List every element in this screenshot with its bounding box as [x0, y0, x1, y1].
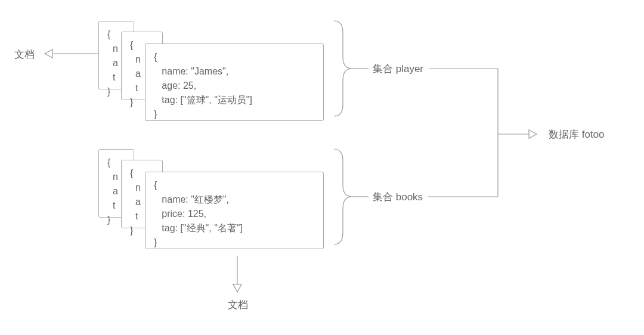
svg-marker-1 — [45, 49, 52, 58]
svg-marker-10 — [529, 130, 537, 138]
label-collection-books: 集合 books — [373, 190, 423, 204]
books-card-front: { name: "红楼梦", price: 125, tag: ["经典", "… — [145, 172, 324, 249]
label-document-bottom: 文档 — [228, 298, 248, 312]
label-database: 数据库 fotoo — [549, 128, 605, 141]
player-card-front: { name: "James", age: 25, tag: ["篮球", "运… — [145, 44, 324, 121]
label-document-left: 文档 — [14, 48, 35, 61]
svg-marker-3 — [233, 284, 242, 292]
label-collection-player: 集合 player — [373, 62, 423, 76]
